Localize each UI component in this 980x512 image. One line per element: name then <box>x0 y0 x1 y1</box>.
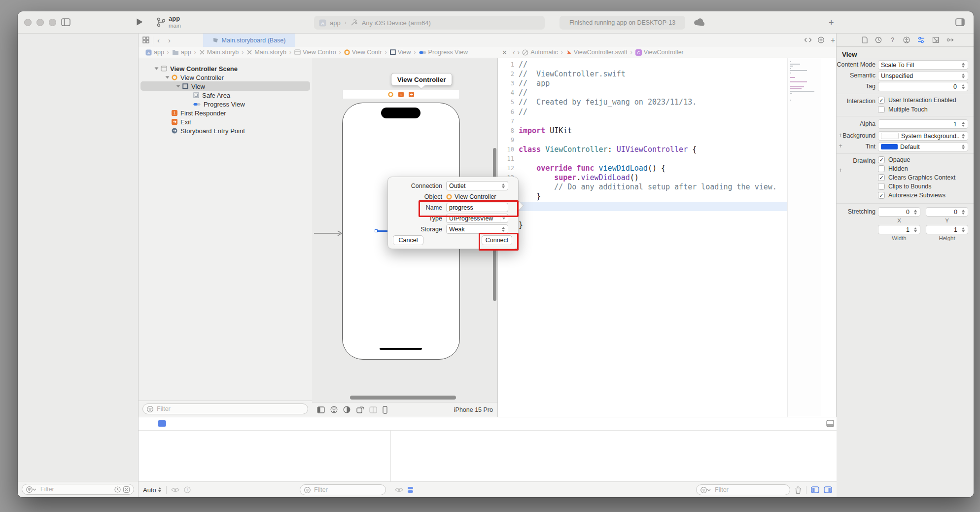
navigator-filter-input[interactable] <box>39 485 112 493</box>
console-eye-icon[interactable] <box>395 487 403 493</box>
accessibility-inspector-tab-icon[interactable] <box>903 37 910 43</box>
drawing-clears-graphics-context-row[interactable]: ✓Clears Graphics Context <box>878 174 955 181</box>
breadcrumb-item[interactable]: Main.storyb <box>246 49 286 56</box>
background-dropdown[interactable]: System Background... <box>878 131 968 141</box>
outline-item-view-controller-scene[interactable]: View Controller Scene <box>155 64 238 73</box>
show-variables-pane-icon[interactable] <box>811 486 819 493</box>
trash-icon[interactable] <box>795 486 802 494</box>
zoom-window-button[interactable] <box>49 19 56 26</box>
variables-filter-field[interactable] <box>300 484 386 495</box>
appearance-icon[interactable] <box>343 406 350 413</box>
connections-inspector-tab-icon[interactable] <box>946 37 954 43</box>
outline-item-view[interactable]: View <box>177 82 205 91</box>
size-inspector-tab-icon[interactable] <box>932 37 939 43</box>
checkbox[interactable]: ✓ <box>878 192 885 199</box>
tab-main-storyboard[interactable]: Main.storyboard (Base) <box>203 34 295 47</box>
show-console-pane-icon[interactable] <box>824 486 832 493</box>
debug-breakpoint-icon[interactable] <box>158 420 166 427</box>
attributes-inspector-tab-icon[interactable] <box>917 37 925 43</box>
connection-dropdown[interactable]: Outlet <box>446 181 508 190</box>
console-filter-input[interactable] <box>714 486 786 494</box>
scene-header-bar[interactable]: 1 <box>342 90 460 99</box>
user-interaction-row[interactable]: ✓User Interaction Enabled <box>878 97 956 104</box>
run-button[interactable] <box>136 18 143 26</box>
semantic-dropdown[interactable]: Unspecified <box>878 71 968 80</box>
breadcrumb-item[interactable]: View Contr <box>344 49 382 56</box>
disclosure-triangle[interactable] <box>166 76 170 79</box>
drawing-autoresize-subviews-row[interactable]: ✓Autoresize Subviews <box>878 192 945 199</box>
content-mode-dropdown[interactable]: Scale To Fill <box>878 60 968 70</box>
outline-item-view-controller[interactable]: View Controller <box>166 73 224 82</box>
tag-field[interactable]: 0 <box>878 82 968 91</box>
breadcrumb-item[interactable]: Main.storyb <box>199 49 239 56</box>
stretching-x-field[interactable]: 0 <box>878 207 920 217</box>
add-tab-icon[interactable]: + <box>831 36 835 45</box>
back-button[interactable]: ‹ <box>513 48 515 56</box>
outline-filter-input[interactable] <box>156 405 304 413</box>
add-editor-plus-icon[interactable]: + <box>829 18 834 28</box>
breadcrumb-item[interactable]: Aapp <box>145 49 164 56</box>
stretching-height-field[interactable]: 1 <box>926 225 968 234</box>
breakpoints-blue-icon[interactable] <box>408 487 413 493</box>
progress-view-control[interactable] <box>375 229 388 233</box>
quicklook-eye-icon[interactable] <box>171 487 179 493</box>
navigator-filter-field[interactable] <box>22 484 134 495</box>
minimize-window-button[interactable] <box>36 19 44 26</box>
console-toggle-icon[interactable] <box>826 420 834 427</box>
stretching-y-field[interactable]: 0 <box>926 207 968 217</box>
variables-filter-input[interactable] <box>313 486 382 494</box>
checkbox[interactable] <box>878 183 885 190</box>
info-icon[interactable]: i <box>184 486 191 493</box>
jumpbar-item[interactable]: Automatic <box>522 49 558 56</box>
alpha-field[interactable]: 1 <box>878 119 968 129</box>
variables-scope-selector[interactable]: Auto <box>143 486 162 494</box>
drawing-opaque-row[interactable]: ✓Opaque <box>878 156 910 163</box>
scheme-name[interactable]: app <box>169 15 181 22</box>
jumpbar-item[interactable]: CViewController <box>635 49 684 56</box>
outline-item-exit[interactable]: Exit <box>166 117 191 126</box>
checkbox[interactable]: ✓ <box>878 156 885 163</box>
outline-item-progress-view[interactable]: Progress View <box>188 100 245 109</box>
breadcrumb-item[interactable]: Progress View <box>419 49 468 56</box>
code-review-icon[interactable] <box>804 37 812 43</box>
editor-options-icon[interactable] <box>817 37 825 43</box>
breadcrumb-item[interactable]: View Contro <box>294 49 336 56</box>
toggle-navigator-icon[interactable] <box>61 18 70 26</box>
outline-filter-field[interactable] <box>142 403 308 414</box>
split-editor-icon[interactable] <box>369 406 377 413</box>
hidden-add-icon[interactable]: + <box>838 166 843 174</box>
drawing-clips-to-bounds-row[interactable]: Clips to Bounds <box>878 183 932 190</box>
checkbox[interactable]: ✓ <box>878 174 885 181</box>
breadcrumb-item[interactable]: View <box>390 49 411 56</box>
accessibility-icon[interactable] <box>330 406 338 413</box>
first-responder-proxy-icon[interactable]: 1 <box>398 92 404 97</box>
user-interaction-checkbox[interactable]: ✓ <box>878 97 885 104</box>
forward-button[interactable]: › <box>168 36 171 44</box>
jumpbar-item[interactable]: ViewController.swift <box>566 49 628 56</box>
multiple-touch-checkbox[interactable] <box>878 106 885 113</box>
canvas-horizontal-scrollbar[interactable] <box>350 396 456 400</box>
view-controller-proxy-icon[interactable] <box>388 92 393 97</box>
disclosure-triangle[interactable] <box>155 68 159 70</box>
code-minimap[interactable] <box>787 58 821 417</box>
checkbox[interactable] <box>878 165 885 172</box>
breadcrumb-item[interactable]: app <box>172 49 191 56</box>
outline-item-first-responder[interactable]: 1First Responder <box>166 109 226 117</box>
close-assistant-icon[interactable]: ✕ <box>502 49 507 56</box>
outline-item-storyboard-entry-point[interactable]: Storyboard Entry Point <box>166 126 245 135</box>
history-inspector-tab-icon[interactable] <box>875 37 882 43</box>
related-items-grid-icon[interactable] <box>142 37 149 43</box>
destination-selector[interactable]: A app › Any iOS Device (arm64) <box>314 16 545 30</box>
quick-help-inspector-tab-icon[interactable]: ? <box>889 37 896 43</box>
forward-button[interactable]: › <box>518 48 520 56</box>
recent-files-clock-icon[interactable] <box>114 486 121 493</box>
close-window-button[interactable] <box>24 19 32 26</box>
toggle-inspector-icon[interactable] <box>955 18 965 26</box>
cancel-button[interactable]: Cancel <box>393 235 423 245</box>
file-inspector-tab-icon[interactable] <box>862 37 868 43</box>
device-label[interactable]: iPhone 15 Pro <box>454 406 493 413</box>
multiple-touch-row[interactable]: Multiple Touch <box>878 106 928 113</box>
tint-dropdown[interactable]: Default <box>878 142 968 151</box>
back-button[interactable]: ‹ <box>157 36 160 44</box>
entry-point-arrow[interactable] <box>314 230 343 236</box>
